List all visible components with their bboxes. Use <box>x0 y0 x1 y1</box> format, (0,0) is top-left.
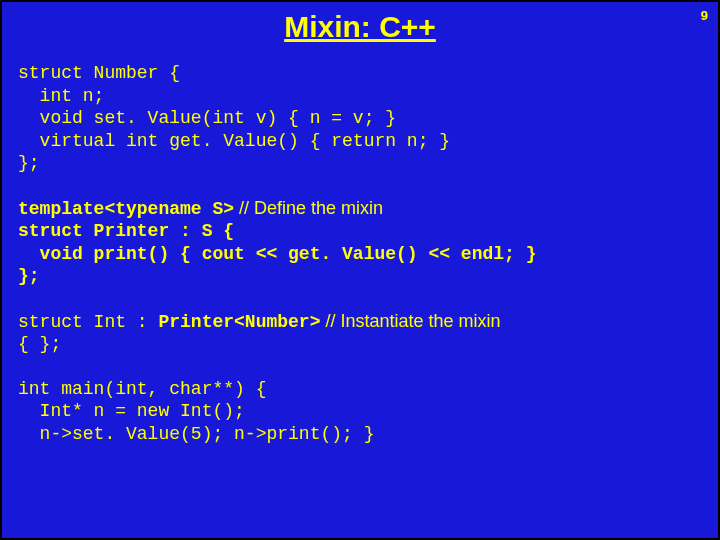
code-line: int main(int, char**) { <box>18 379 266 399</box>
slide-title: Mixin: C++ <box>18 10 702 44</box>
code-line: Int* n = new Int(); <box>18 401 245 421</box>
slide: 9 Mixin: C++ struct Number { int n; void… <box>2 2 718 538</box>
code-comment: // Define the mixin <box>234 198 383 218</box>
code-block-int-struct: struct Int : Printer<Number> // Instanti… <box>18 310 702 356</box>
code-line: template<typename S> <box>18 199 234 219</box>
code-line: struct Printer : S { <box>18 221 234 241</box>
code-line: { }; <box>18 334 61 354</box>
code-line: void set. Value(int v) { n = v; } <box>18 108 396 128</box>
code-line: virtual int get. Value() { return n; } <box>18 131 450 151</box>
code-line: }; <box>18 153 40 173</box>
code-line: n->set. Value(5); n->print(); } <box>18 424 374 444</box>
code-line: struct Number { <box>18 63 180 83</box>
code-comment: // Instantiate the mixin <box>320 311 500 331</box>
code-block-printer-template: template<typename S> // Define the mixin… <box>18 197 702 288</box>
code-block-number-struct: struct Number { int n; void set. Value(i… <box>18 62 702 175</box>
code-bold: Printer<Number> <box>158 312 320 332</box>
code-block-main: int main(int, char**) { Int* n = new Int… <box>18 378 702 446</box>
code-line: void print() { cout << get. Value() << e… <box>18 244 536 264</box>
code-line: int n; <box>18 86 104 106</box>
code-line: struct Int : <box>18 312 158 332</box>
page-number: 9 <box>701 8 708 23</box>
code-line: }; <box>18 266 40 286</box>
